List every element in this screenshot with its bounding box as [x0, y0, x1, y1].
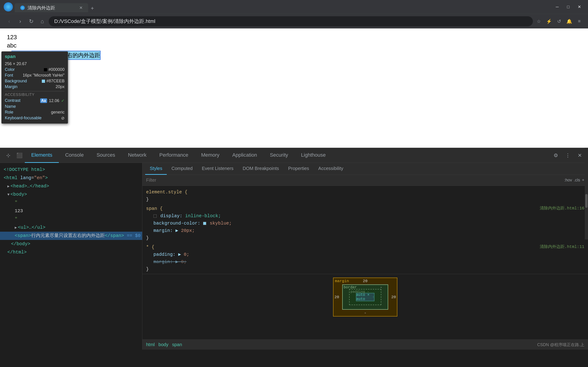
tab-favicon: [20, 6, 25, 10]
title-bar: 清除内外边距 ✕ + ─ □ ✕: [0, 0, 588, 14]
breadcrumb-span[interactable]: span: [172, 342, 182, 347]
color-swatch-black: [44, 68, 47, 71]
refresh-button[interactable]: ↻: [27, 17, 36, 26]
dom-line: </html>: [0, 248, 142, 257]
add-style-button[interactable]: +: [582, 178, 584, 183]
padding-label: padding -: [351, 290, 369, 294]
tab-title: 清除内外边距: [27, 5, 77, 11]
tooltip-keyboard-row: Keyboard-focusable ⊘: [5, 115, 65, 121]
maximize-button[interactable]: □: [563, 2, 573, 12]
margin-top: 20: [363, 279, 367, 283]
minimize-button[interactable]: ─: [552, 2, 562, 12]
forward-button[interactable]: ›: [16, 17, 25, 26]
styles-tab-accessibility[interactable]: Accessibility: [314, 163, 348, 175]
browser-chrome: 清除内外边距 ✕ + ─ □ ✕ ‹ › ↻ ⌂ ☆ ⚡ ↺ 🔔 ≡: [0, 0, 588, 28]
tab-elements[interactable]: Elements: [25, 148, 59, 163]
dom-line: ▶<head>…</head>: [0, 182, 142, 190]
styles-tab-dom-breakpoints[interactable]: DOM Breakpoints: [238, 163, 284, 175]
tooltip-bg-row: Background #87CEEB: [5, 78, 65, 84]
css-source[interactable]: 清除内外边距.html:16: [540, 205, 584, 212]
tab-sources[interactable]: Sources: [90, 148, 121, 163]
alert-icon[interactable]: 🔔: [565, 17, 573, 25]
element-tooltip: span 256 × 20.67 Color #000000 Font 16px…: [1, 51, 68, 124]
devtools-panel: ⊹ ⬛ Elements Console Sources Network Per…: [0, 148, 588, 350]
tooltip-size-row: 256 × 20.67: [5, 61, 65, 67]
css-rule-star: 清除内外边距.html:11 * { padding: ▶ 0; margin:: [142, 243, 588, 274]
active-tab[interactable]: 清除内外边距 ✕: [15, 3, 88, 12]
styles-tab-styles[interactable]: Styles: [145, 163, 167, 175]
page-text-abc: abc: [7, 41, 581, 50]
back-button[interactable]: ‹: [5, 17, 14, 26]
box-border: border - padding - auto × auto-: [342, 284, 388, 310]
devtools-settings-button[interactable]: ⚙: [550, 150, 561, 161]
extensions-icon[interactable]: ⚡: [545, 17, 553, 25]
tab-memory[interactable]: Memory: [195, 148, 226, 163]
new-tab-button[interactable]: +: [88, 4, 96, 12]
tooltip-accessibility-title: ACCESSIBILITY: [5, 93, 65, 97]
tooltip-color-label: Color: [5, 67, 15, 72]
tooltip-color-row: Color #000000: [5, 67, 65, 73]
close-button[interactable]: ✕: [574, 2, 584, 12]
url-input[interactable]: [49, 16, 533, 26]
tooltip-contrast-row: Contrast Aa 12.06 ✓: [5, 98, 65, 104]
cls-button[interactable]: .cls: [574, 178, 580, 183]
menu-icon[interactable]: ≡: [575, 17, 583, 25]
breadcrumb-html[interactable]: html: [146, 342, 155, 347]
page-content: 123 abc 行内元素尽量只设置左右的内外边距 span 256 × 20.6…: [0, 28, 588, 148]
tab-security[interactable]: Security: [263, 148, 294, 163]
margin-right: 20: [391, 295, 396, 299]
styles-tab-computed[interactable]: Computed: [167, 163, 197, 175]
dom-line: <!DOCTYPE html>: [0, 166, 142, 174]
box-content: auto × auto-: [356, 293, 374, 301]
inspect-element-button[interactable]: ⊹: [3, 150, 14, 161]
dom-line: <html lang="en">: [0, 174, 142, 182]
scrollbar-thumb[interactable]: [585, 194, 588, 208]
tooltip-margin-value: 20px: [56, 84, 65, 89]
devtools-toolbar: ⊹ ⬛ Elements Console Sources Network Per…: [0, 148, 588, 163]
dom-line: </body>: [0, 240, 142, 248]
css-prop: background-color: skyblue;: [146, 221, 232, 226]
dom-panel: <!DOCTYPE html> <html lang="en"> ▶<head>…: [0, 163, 142, 350]
hov-button[interactable]: :hov: [564, 178, 572, 183]
devtools-close-button[interactable]: ✕: [574, 150, 585, 161]
address-bar: ‹ › ↻ ⌂ ☆ ⚡ ↺ 🔔 ≡: [0, 14, 588, 28]
breadcrumb-body[interactable]: body: [158, 342, 168, 347]
styles-filter-input[interactable]: [146, 177, 562, 183]
css-prop: margin: ▶ 20px;: [146, 228, 195, 233]
styles-tabs: Styles Computed Event Listeners DOM Brea…: [142, 163, 588, 175]
sync-icon[interactable]: ↺: [555, 17, 563, 25]
tooltip-name-row: Name: [5, 104, 65, 109]
tooltip-contrast-label: Contrast: [5, 98, 20, 103]
styles-tab-properties[interactable]: Properties: [284, 163, 313, 175]
device-toggle-button[interactable]: ⬛: [14, 150, 25, 161]
margin-bottom: -: [364, 311, 366, 315]
tooltip-font-value: 16px "Microsoft YaHei": [23, 73, 65, 78]
tooltip-contrast-value: Aa 12.06 ✓: [40, 98, 65, 103]
tab-application[interactable]: Application: [226, 148, 263, 163]
scrollbar[interactable]: [585, 148, 588, 240]
tab-performance[interactable]: Performance: [153, 148, 195, 163]
dom-line: 123: [0, 207, 142, 215]
tab-lighthouse[interactable]: Lighthouse: [294, 148, 332, 163]
css-source[interactable]: 清除内外边距.html:11: [540, 244, 584, 250]
devtools-more-button[interactable]: ⋮: [562, 150, 573, 161]
tab-network[interactable]: Network: [121, 148, 153, 163]
tooltip-name-label: Name: [5, 104, 16, 109]
tooltip-color-value: #000000: [44, 67, 65, 72]
tab-console[interactable]: Console: [59, 148, 90, 163]
contrast-aa: Aa: [40, 98, 47, 103]
window-controls: ─ □ ✕: [552, 2, 584, 12]
breadcrumb-bar: html body span CSDN @程序喵正在路.上: [142, 340, 588, 350]
tab-close-button[interactable]: ✕: [79, 5, 83, 10]
tooltip-keyboard-label: Keyboard-focusable: [5, 116, 42, 121]
css-selector: element.style {: [146, 190, 187, 195]
bookmark-icon[interactable]: ☆: [535, 17, 543, 25]
styles-tab-event-listeners[interactable]: Event Listeners: [197, 163, 238, 175]
tooltip-tag: span: [5, 54, 65, 59]
browser-logo: [4, 2, 13, 11]
copyright: CSDN @程序喵正在路.上: [537, 342, 584, 348]
home-button[interactable]: ⌂: [38, 17, 47, 26]
css-checkbox[interactable]: [153, 215, 157, 218]
css-prop: margin: ▶ 0;: [146, 259, 187, 265]
devtools-tabs: Elements Console Sources Network Perform…: [25, 148, 550, 163]
